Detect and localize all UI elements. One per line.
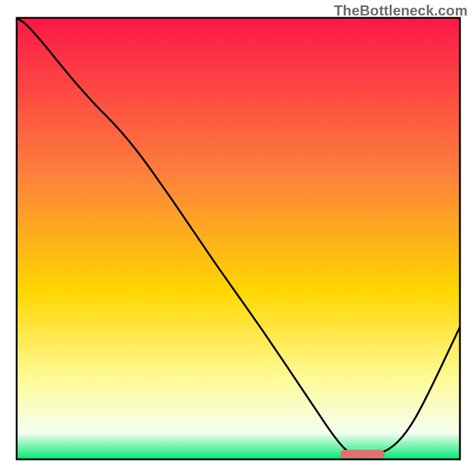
chart-svg	[0, 0, 476, 476]
chart-frame: { "watermark": "TheBottleneck.com", "col…	[0, 0, 476, 476]
optimal-marker	[340, 450, 385, 458]
watermark-text: TheBottleneck.com	[334, 2, 468, 19]
gradient-panel	[17, 18, 460, 459]
